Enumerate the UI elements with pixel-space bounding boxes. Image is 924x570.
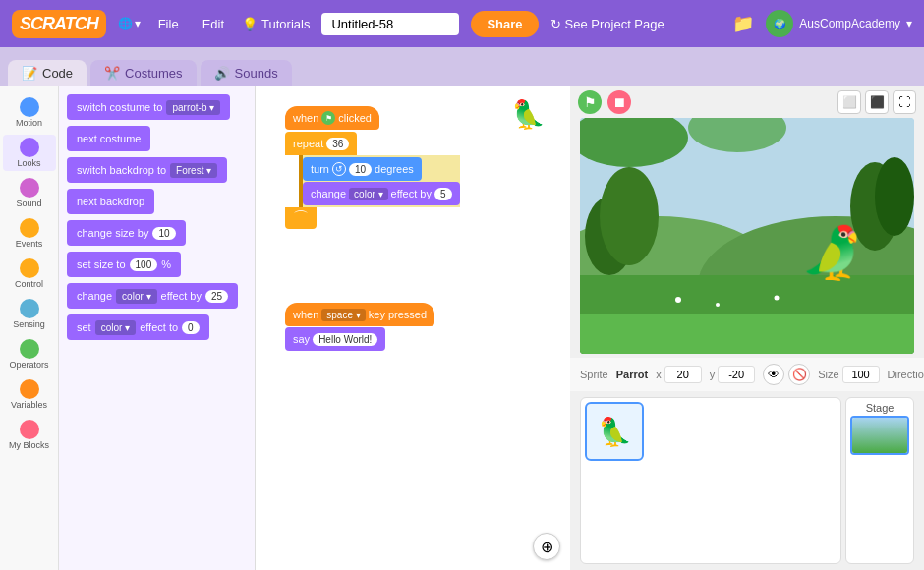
myblocks-label: My Blocks	[9, 440, 49, 450]
block-set-color-effect[interactable]: set color ▾ effect to 0	[67, 314, 209, 340]
category-looks[interactable]: Looks	[3, 135, 56, 171]
say-block[interactable]: say Hello World!	[285, 327, 385, 351]
script-group-2: when space ▾ key pressed say Hello World…	[285, 303, 434, 351]
when-space-block[interactable]: when space ▾ key pressed	[285, 303, 434, 326]
turn-block[interactable]: turn ↺ 10 degrees	[303, 157, 422, 181]
when-flag-clicked-block[interactable]: when ⚑ clicked	[285, 106, 379, 130]
category-sound[interactable]: Sound	[3, 175, 56, 211]
script-area[interactable]: 🦜 when ⚑ clicked repeat 36	[256, 86, 570, 570]
share-button[interactable]: Share	[471, 11, 538, 37]
stop-button[interactable]: ⏹	[607, 90, 631, 114]
nav-globe[interactable]: 🌐 ▾	[118, 17, 141, 30]
expand-stage-button[interactable]: ⬜	[837, 90, 861, 114]
tab-sounds[interactable]: 🔊 Sounds	[201, 60, 292, 86]
sensing-dot	[20, 299, 39, 318]
sprite-name-value: Parrot	[616, 369, 648, 380]
control-dot	[20, 258, 39, 278]
color-effect-dropdown[interactable]: color ▾	[116, 289, 156, 304]
category-events[interactable]: Events	[3, 215, 56, 252]
set-effect-to-label: effect to	[140, 321, 178, 333]
change-color-inner-block[interactable]: change color ▾ effect by 5	[303, 182, 460, 205]
scratch-logo[interactable]: SCRATCH	[12, 10, 106, 38]
stage-canvas: 🦜	[580, 118, 914, 354]
category-operators[interactable]: Operators	[3, 336, 56, 372]
hat-clicked-label: clicked	[338, 112, 372, 124]
tutorials-label: Tutorials	[261, 17, 310, 31]
block-next-costume[interactable]: next costume	[67, 126, 150, 151]
fullscreen-button[interactable]: ⛶	[893, 90, 916, 114]
switch-backdrop-label: switch backdrop to	[77, 164, 166, 176]
space-key-dropdown[interactable]: space ▾	[321, 309, 365, 321]
nav-file[interactable]: File	[152, 13, 185, 35]
tab-bar: 📝 Code ✂️ Costumes 🔊 Sounds	[0, 47, 924, 86]
svg-point-11	[675, 297, 681, 303]
category-myblocks[interactable]: My Blocks	[3, 417, 56, 453]
stage-panel-label: Stage	[866, 402, 895, 414]
costume-dropdown[interactable]: parrot-b ▾	[166, 100, 220, 115]
avatar-image: 🌍	[766, 10, 793, 37]
category-variables[interactable]: Variables	[3, 376, 56, 413]
nav-tutorials[interactable]: 💡 Tutorials	[242, 17, 310, 31]
turn-arrow-icon: ↺	[332, 162, 346, 176]
svg-point-13	[775, 296, 780, 301]
sound-dot	[20, 178, 39, 198]
set-size-label: set size to	[77, 258, 126, 270]
globe-icon: 🌐	[118, 17, 133, 30]
block-change-color-effect[interactable]: change color ▾ effect by 25	[67, 283, 238, 309]
top-nav: SCRATCH 🌐 ▾ File Edit 💡 Tutorials Share …	[0, 0, 924, 47]
category-sensing[interactable]: Sensing	[3, 296, 56, 332]
block-switch-costume[interactable]: switch costume to parrot-b ▾	[67, 94, 230, 120]
sprite-info-bar: Sprite Parrot x y 👁 🚫 Size Direction	[570, 358, 924, 391]
stage-mini-thumb[interactable]	[850, 416, 909, 455]
zoom-button[interactable]: ⊕	[533, 533, 560, 560]
full-screen-button[interactable]: ⬛	[865, 90, 889, 114]
color-inner-dropdown[interactable]: color ▾	[349, 188, 387, 200]
block-next-backdrop[interactable]: next backdrop	[67, 189, 154, 214]
x-input[interactable]	[664, 366, 702, 383]
sprite-list: 🦜	[580, 397, 841, 564]
user-avatar[interactable]: 🌍 AusCompAcademy ▾	[766, 10, 912, 37]
stage-background-svg	[580, 118, 914, 354]
tab-code[interactable]: 📝 Code	[8, 60, 87, 86]
color-effect-value: 25	[205, 290, 228, 303]
size-input[interactable]	[842, 366, 880, 383]
stage-thumbnail-panel: Stage	[845, 397, 914, 564]
stage-thumb-bg	[852, 418, 907, 453]
block-switch-backdrop[interactable]: switch backdrop to Forest ▾	[67, 157, 227, 183]
green-flag-button[interactable]: ⚑	[578, 90, 602, 114]
block-set-size[interactable]: set size to 100 %	[67, 252, 181, 277]
looks-label: Looks	[17, 158, 40, 168]
next-backdrop-label: next backdrop	[77, 196, 144, 207]
set-size-unit: %	[161, 258, 171, 270]
sprite-thumbnail[interactable]: 🦜	[585, 402, 644, 461]
folder-icon[interactable]: 📁	[732, 13, 754, 34]
parrot-on-stage: 🦜	[800, 223, 864, 283]
tab-costumes[interactable]: ✂️ Costumes	[90, 60, 197, 86]
see-project-link[interactable]: ↻ See Project Page	[550, 17, 664, 31]
zoom-icon: ⊕	[541, 538, 553, 556]
hide-button[interactable]: 🚫	[788, 364, 810, 385]
block-change-size[interactable]: change size by 10	[67, 220, 186, 246]
switch-costume-label: switch costume to	[77, 101, 162, 113]
change-color-label: change	[77, 290, 112, 302]
backdrop-dropdown[interactable]: Forest ▾	[170, 163, 217, 178]
key-pressed-label: key pressed	[369, 309, 427, 320]
set-color-label: set	[77, 321, 91, 333]
category-control[interactable]: Control	[3, 256, 56, 292]
repeat-block[interactable]: repeat 36	[285, 132, 357, 155]
set-color-dropdown[interactable]: color ▾	[95, 320, 136, 335]
events-dot	[20, 218, 39, 238]
y-input[interactable]	[718, 366, 755, 383]
project-name-input[interactable]	[321, 13, 459, 35]
change-size-label: change size by	[77, 227, 148, 239]
tab-code-label: Code	[42, 66, 73, 81]
sound-label: Sound	[16, 199, 41, 208]
user-chevron: ▾	[906, 17, 912, 30]
category-motion[interactable]: Motion	[3, 94, 56, 131]
show-button[interactable]: 👁	[763, 364, 784, 385]
x-label: x	[656, 369, 662, 380]
tab-sounds-label: Sounds	[235, 66, 278, 81]
motion-dot	[20, 97, 39, 117]
stage-toolbar: ⚑ ⏹ ⬜ ⬛ ⛶	[570, 86, 924, 118]
nav-edit[interactable]: Edit	[197, 13, 230, 35]
